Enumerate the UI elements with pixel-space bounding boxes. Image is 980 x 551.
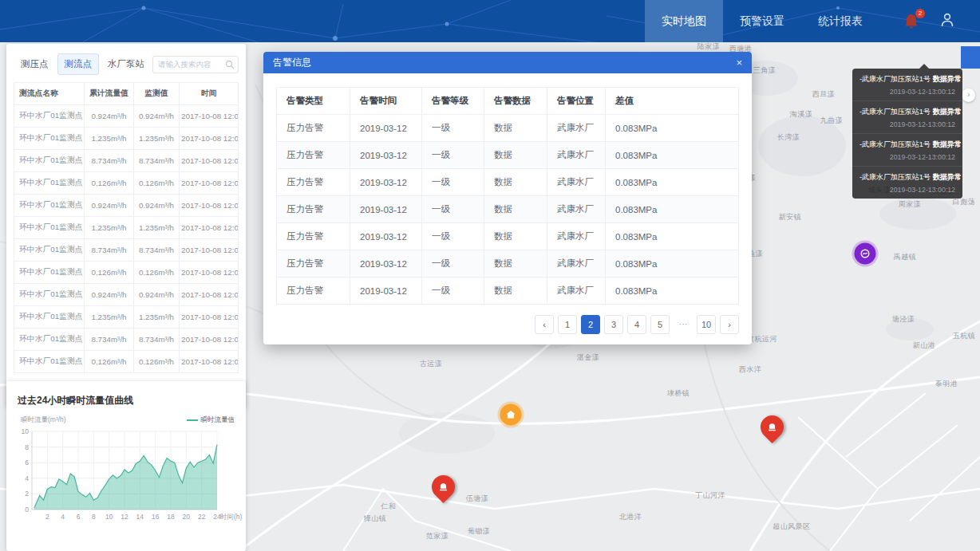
- nav-item-预警设置[interactable]: 预警设置: [723, 0, 801, 42]
- alarm-pin-marker[interactable]: [432, 475, 456, 507]
- alarm-modal-header[interactable]: 告警信息 ×: [263, 52, 752, 73]
- table-row[interactable]: 环中水厂01监测点1.235m³/h1.235m³/h2017-10-08 12…: [14, 128, 239, 150]
- table-row[interactable]: 环中水厂01监测点8.734m³/h8.734m³/h2017-10-08 12…: [14, 150, 239, 172]
- table-cell: 2017-10-08 12:06: [180, 150, 239, 172]
- station-marker[interactable]: [500, 404, 522, 426]
- table-cell: 2017-10-08 12:06: [180, 105, 239, 128]
- tab-水厂泵站[interactable]: 水厂泵站: [101, 53, 152, 75]
- nav-item-统计报表[interactable]: 统计报表: [801, 0, 879, 42]
- toast-time: 2019-03-12-13:00:12: [859, 153, 955, 161]
- alarm-page-2[interactable]: 2: [581, 315, 600, 334]
- table-row[interactable]: 环中水厂01监测点8.734m³/h8.734m³/h2017-10-08 12…: [14, 329, 239, 351]
- svg-text:12: 12: [121, 513, 128, 521]
- alarm-next-button[interactable]: ›: [720, 315, 739, 334]
- alarm-row[interactable]: 压力告警2019-03-12一级数据武康水厂0.083MPa: [277, 169, 739, 196]
- alarm-cell: 武康水厂: [547, 196, 606, 223]
- alarm-row[interactable]: 压力告警2019-03-12一级数据武康水厂0.083MPa: [277, 142, 739, 169]
- nav-icons: 2: [903, 0, 954, 42]
- svg-text:8: 8: [25, 443, 29, 451]
- toast-item[interactable]: -武康水厂加压泵站1号数据异常2019-03-12-13:00:12: [852, 69, 962, 101]
- table-cell: 0.126m³/h: [134, 172, 180, 195]
- table-cell: 0.126m³/h: [134, 262, 180, 284]
- column-header: 告警数据: [484, 88, 547, 115]
- alarm-cell: 一级: [422, 196, 484, 223]
- alarm-pin-marker[interactable]: [761, 415, 784, 447]
- toast-item[interactable]: -武康水厂加压泵站1号数据异常2019-03-12-13:00:12: [852, 134, 962, 167]
- user-icon[interactable]: [940, 12, 954, 31]
- tab-group: 测压点测流点水厂泵站: [14, 53, 152, 75]
- table-cell: 2017-10-08 12:06: [180, 306, 239, 329]
- table-row[interactable]: 环中水厂01监测点0.126m³/h0.126m³/h2017-10-08 12…: [14, 172, 239, 195]
- alarm-row[interactable]: 压力告警2019-03-12一级数据武康水厂0.083MPa: [277, 277, 739, 305]
- table-row[interactable]: 环中水厂01监测点0.924m³/h0.924m³/h2017-10-08 12…: [14, 195, 239, 217]
- alarm-page-3[interactable]: 3: [604, 315, 623, 334]
- toast-item[interactable]: -武康水厂加压泵站1号数据异常2019-03-12-13:00:12: [852, 101, 962, 134]
- tab-测压点[interactable]: 测压点: [14, 53, 56, 75]
- alarm-cell: 0.083MPa: [606, 115, 739, 142]
- table-cell: 环中水厂01监测点: [14, 329, 85, 351]
- table-cell: 0.924m³/h: [134, 105, 180, 128]
- svg-text:2: 2: [25, 490, 29, 498]
- toast-time: 2019-03-12-13:00:12: [859, 120, 955, 128]
- alarm-page-5[interactable]: 5: [650, 315, 670, 334]
- alarm-row[interactable]: 压力告警2019-03-12一级数据武康水厂0.083MPa: [277, 250, 739, 277]
- table-row[interactable]: 环中水厂01监测点1.235m³/h1.235m³/h2017-10-08 12…: [14, 217, 239, 239]
- map-label: 超山风景区: [773, 521, 811, 532]
- alarm-page-1[interactable]: 1: [558, 315, 577, 334]
- chevron-right-icon[interactable]: ›: [962, 89, 975, 102]
- tab-测流点[interactable]: 测流点: [57, 53, 100, 75]
- alarm-row[interactable]: 压力告警2019-03-12一级数据武康水厂0.083MPa: [277, 223, 739, 250]
- table-row[interactable]: 环中水厂01监测点0.924m³/h0.924m³/h2017-10-08 12…: [14, 284, 239, 306]
- alarm-cell: 武康水厂: [547, 250, 606, 277]
- map-label: 葡锄漾: [468, 526, 491, 537]
- table-cell: 2017-10-08 12:06: [180, 239, 239, 262]
- table-cell: 环中水厂01监测点: [14, 105, 85, 128]
- table-row[interactable]: 环中水厂01监测点1.235m³/h1.235m³/h2017-10-08 12…: [14, 306, 239, 329]
- notification-bell-icon[interactable]: 2: [903, 13, 919, 30]
- table-cell: 环中水厂01监测点: [14, 351, 85, 373]
- alarm-icon: [438, 482, 449, 492]
- alarm-row[interactable]: 压力告警2019-03-12一级数据武康水厂0.083MPa: [277, 196, 739, 223]
- alarm-cell: 压力告警: [277, 169, 350, 196]
- table-cell: 0.126m³/h: [85, 351, 134, 373]
- toast-item[interactable]: -武康水厂加压泵站1号数据异常2019-03-12-13:00:12: [852, 167, 962, 199]
- alarm-page-10[interactable]: 10: [697, 315, 716, 334]
- column-header: 告警类型: [277, 88, 350, 115]
- svg-text:14: 14: [136, 513, 144, 521]
- alarm-cell: 压力告警: [277, 115, 350, 142]
- alarm-cell: 2019-03-12: [350, 115, 422, 142]
- table-row[interactable]: 环中水厂01监测点0.126m³/h0.126m³/h2017-10-08 12…: [14, 262, 239, 284]
- svg-text:4: 4: [61, 513, 65, 521]
- meter-marker[interactable]: [855, 243, 876, 265]
- table-cell: 2017-10-08 12:06: [180, 351, 239, 373]
- table-row[interactable]: 环中水厂01监测点8.734m³/h8.734m³/h2017-10-08 12…: [14, 239, 239, 262]
- map-label: 范家漾: [426, 531, 449, 541]
- table-cell: 0.924m³/h: [134, 195, 180, 217]
- svg-text:10: 10: [105, 513, 113, 521]
- alarm-cell: 一级: [422, 115, 484, 142]
- table-row[interactable]: 环中水厂01监测点0.924m³/h0.924m³/h2017-10-08 12…: [14, 105, 239, 128]
- close-icon[interactable]: ×: [736, 57, 742, 68]
- search-icon: [225, 60, 235, 69]
- table-row[interactable]: 环中水厂01监测点0.126m³/h0.126m³/h2017-10-08 12…: [14, 351, 239, 373]
- table-cell: 2017-10-08 12:06: [180, 284, 239, 306]
- alarm-cell: 一级: [422, 223, 484, 250]
- map-label: 西水洋: [739, 364, 762, 375]
- chart-title: 过去24小时瞬时流量值曲线: [18, 394, 243, 407]
- alarm-page-4[interactable]: 4: [627, 315, 646, 334]
- alarm-cell: 武康水厂: [547, 277, 606, 305]
- notification-dropdown: -武康水厂加压泵站1号数据异常2019-03-12-13:00:12-武康水厂加…: [852, 69, 962, 199]
- nav-item-实时地图[interactable]: 实时地图: [645, 0, 723, 42]
- table-cell: 1.235m³/h: [134, 128, 180, 150]
- table-cell: 环中水厂01监测点: [14, 284, 85, 306]
- "alarm-prev-button[interactable]: ‹: [535, 315, 554, 334]
- map-label: 北港洋: [619, 512, 642, 522]
- search-box: [152, 56, 239, 73]
- alarm-ellipsis: ···: [674, 315, 693, 334]
- map-label: 古运漾: [420, 359, 443, 369]
- table-cell: 0.924m³/h: [85, 105, 134, 128]
- alarm-cell: 数据: [484, 196, 547, 223]
- table-cell: 环中水厂01监测点: [14, 128, 85, 150]
- table-cell: 2017-10-08 12:06: [180, 172, 239, 195]
- alarm-row[interactable]: 压力告警2019-03-12一级数据武康水厂0.083MPa: [277, 115, 739, 142]
